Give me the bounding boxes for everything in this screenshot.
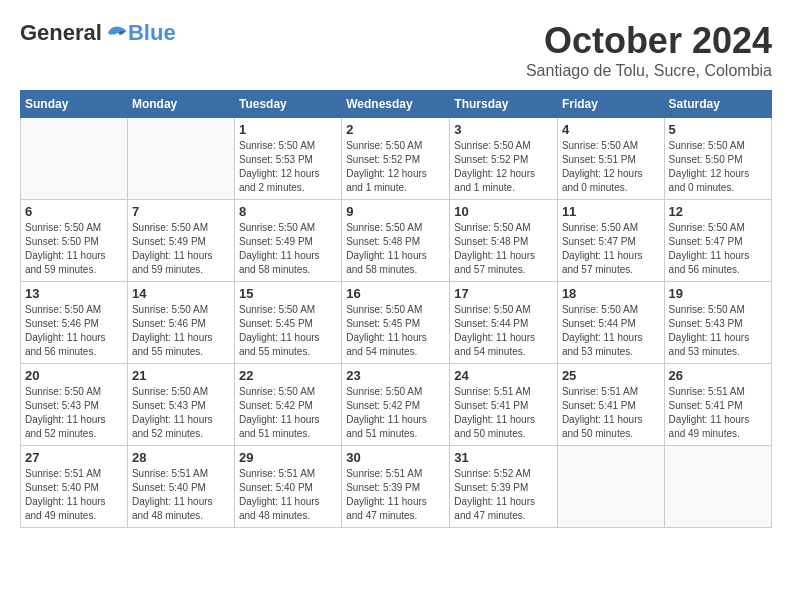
day-info: Sunrise: 5:50 AM Sunset: 5:45 PM Dayligh… — [239, 303, 337, 359]
day-info: Sunrise: 5:50 AM Sunset: 5:50 PM Dayligh… — [25, 221, 123, 277]
day-info: Sunrise: 5:51 AM Sunset: 5:40 PM Dayligh… — [132, 467, 230, 523]
day-info: Sunrise: 5:50 AM Sunset: 5:43 PM Dayligh… — [669, 303, 767, 359]
logo-general-text: General — [20, 20, 102, 46]
day-info: Sunrise: 5:50 AM Sunset: 5:49 PM Dayligh… — [239, 221, 337, 277]
month-title: October 2024 — [526, 20, 772, 62]
day-number: 31 — [454, 450, 553, 465]
location-title: Santiago de Tolu, Sucre, Colombia — [526, 62, 772, 80]
day-info: Sunrise: 5:50 AM Sunset: 5:50 PM Dayligh… — [669, 139, 767, 195]
day-number: 14 — [132, 286, 230, 301]
page-header: General Blue October 2024 Santiago de To… — [20, 20, 772, 80]
day-number: 26 — [669, 368, 767, 383]
day-number: 25 — [562, 368, 660, 383]
calendar-cell: 28Sunrise: 5:51 AM Sunset: 5:40 PM Dayli… — [127, 446, 234, 528]
day-number: 8 — [239, 204, 337, 219]
day-info: Sunrise: 5:51 AM Sunset: 5:41 PM Dayligh… — [454, 385, 553, 441]
day-number: 3 — [454, 122, 553, 137]
calendar-cell: 26Sunrise: 5:51 AM Sunset: 5:41 PM Dayli… — [664, 364, 771, 446]
day-info: Sunrise: 5:50 AM Sunset: 5:53 PM Dayligh… — [239, 139, 337, 195]
calendar-cell: 4Sunrise: 5:50 AM Sunset: 5:51 PM Daylig… — [557, 118, 664, 200]
day-number: 30 — [346, 450, 445, 465]
day-info: Sunrise: 5:51 AM Sunset: 5:40 PM Dayligh… — [239, 467, 337, 523]
day-info: Sunrise: 5:50 AM Sunset: 5:42 PM Dayligh… — [346, 385, 445, 441]
day-number: 23 — [346, 368, 445, 383]
calendar-week-row: 1Sunrise: 5:50 AM Sunset: 5:53 PM Daylig… — [21, 118, 772, 200]
calendar-cell: 2Sunrise: 5:50 AM Sunset: 5:52 PM Daylig… — [342, 118, 450, 200]
day-info: Sunrise: 5:50 AM Sunset: 5:52 PM Dayligh… — [346, 139, 445, 195]
calendar-cell: 31Sunrise: 5:52 AM Sunset: 5:39 PM Dayli… — [450, 446, 558, 528]
calendar-week-row: 13Sunrise: 5:50 AM Sunset: 5:46 PM Dayli… — [21, 282, 772, 364]
calendar-cell — [557, 446, 664, 528]
day-info: Sunrise: 5:50 AM Sunset: 5:52 PM Dayligh… — [454, 139, 553, 195]
logo-bird-icon — [104, 23, 128, 43]
day-number: 19 — [669, 286, 767, 301]
title-section: October 2024 Santiago de Tolu, Sucre, Co… — [526, 20, 772, 80]
calendar-week-row: 27Sunrise: 5:51 AM Sunset: 5:40 PM Dayli… — [21, 446, 772, 528]
calendar-cell: 1Sunrise: 5:50 AM Sunset: 5:53 PM Daylig… — [235, 118, 342, 200]
day-number: 18 — [562, 286, 660, 301]
calendar-cell: 6Sunrise: 5:50 AM Sunset: 5:50 PM Daylig… — [21, 200, 128, 282]
day-info: Sunrise: 5:50 AM Sunset: 5:46 PM Dayligh… — [25, 303, 123, 359]
logo-blue-text: Blue — [128, 20, 176, 46]
day-number: 21 — [132, 368, 230, 383]
day-number: 11 — [562, 204, 660, 219]
day-info: Sunrise: 5:50 AM Sunset: 5:51 PM Dayligh… — [562, 139, 660, 195]
calendar-day-header: Thursday — [450, 91, 558, 118]
day-number: 4 — [562, 122, 660, 137]
day-number: 7 — [132, 204, 230, 219]
calendar-cell: 20Sunrise: 5:50 AM Sunset: 5:43 PM Dayli… — [21, 364, 128, 446]
calendar-cell: 8Sunrise: 5:50 AM Sunset: 5:49 PM Daylig… — [235, 200, 342, 282]
day-info: Sunrise: 5:52 AM Sunset: 5:39 PM Dayligh… — [454, 467, 553, 523]
day-number: 28 — [132, 450, 230, 465]
day-number: 13 — [25, 286, 123, 301]
day-info: Sunrise: 5:50 AM Sunset: 5:46 PM Dayligh… — [132, 303, 230, 359]
day-number: 27 — [25, 450, 123, 465]
day-info: Sunrise: 5:50 AM Sunset: 5:44 PM Dayligh… — [454, 303, 553, 359]
calendar-day-header: Tuesday — [235, 91, 342, 118]
day-info: Sunrise: 5:51 AM Sunset: 5:40 PM Dayligh… — [25, 467, 123, 523]
calendar-day-header: Friday — [557, 91, 664, 118]
calendar-cell: 25Sunrise: 5:51 AM Sunset: 5:41 PM Dayli… — [557, 364, 664, 446]
day-number: 20 — [25, 368, 123, 383]
calendar-cell: 7Sunrise: 5:50 AM Sunset: 5:49 PM Daylig… — [127, 200, 234, 282]
calendar-cell: 18Sunrise: 5:50 AM Sunset: 5:44 PM Dayli… — [557, 282, 664, 364]
calendar-cell: 24Sunrise: 5:51 AM Sunset: 5:41 PM Dayli… — [450, 364, 558, 446]
day-number: 16 — [346, 286, 445, 301]
day-info: Sunrise: 5:50 AM Sunset: 5:49 PM Dayligh… — [132, 221, 230, 277]
day-info: Sunrise: 5:50 AM Sunset: 5:48 PM Dayligh… — [346, 221, 445, 277]
day-number: 29 — [239, 450, 337, 465]
calendar-cell: 10Sunrise: 5:50 AM Sunset: 5:48 PM Dayli… — [450, 200, 558, 282]
calendar-week-row: 20Sunrise: 5:50 AM Sunset: 5:43 PM Dayli… — [21, 364, 772, 446]
day-info: Sunrise: 5:50 AM Sunset: 5:43 PM Dayligh… — [25, 385, 123, 441]
logo: General Blue — [20, 20, 176, 46]
calendar-cell: 23Sunrise: 5:50 AM Sunset: 5:42 PM Dayli… — [342, 364, 450, 446]
day-info: Sunrise: 5:50 AM Sunset: 5:42 PM Dayligh… — [239, 385, 337, 441]
day-info: Sunrise: 5:50 AM Sunset: 5:45 PM Dayligh… — [346, 303, 445, 359]
day-number: 24 — [454, 368, 553, 383]
calendar-cell — [21, 118, 128, 200]
day-number: 5 — [669, 122, 767, 137]
day-number: 10 — [454, 204, 553, 219]
day-info: Sunrise: 5:50 AM Sunset: 5:47 PM Dayligh… — [669, 221, 767, 277]
calendar-week-row: 6Sunrise: 5:50 AM Sunset: 5:50 PM Daylig… — [21, 200, 772, 282]
day-info: Sunrise: 5:50 AM Sunset: 5:44 PM Dayligh… — [562, 303, 660, 359]
day-number: 1 — [239, 122, 337, 137]
day-number: 17 — [454, 286, 553, 301]
day-info: Sunrise: 5:51 AM Sunset: 5:41 PM Dayligh… — [669, 385, 767, 441]
day-number: 22 — [239, 368, 337, 383]
calendar-cell: 22Sunrise: 5:50 AM Sunset: 5:42 PM Dayli… — [235, 364, 342, 446]
day-number: 2 — [346, 122, 445, 137]
calendar-cell: 21Sunrise: 5:50 AM Sunset: 5:43 PM Dayli… — [127, 364, 234, 446]
calendar-day-header: Monday — [127, 91, 234, 118]
day-number: 6 — [25, 204, 123, 219]
calendar-cell: 3Sunrise: 5:50 AM Sunset: 5:52 PM Daylig… — [450, 118, 558, 200]
day-info: Sunrise: 5:51 AM Sunset: 5:39 PM Dayligh… — [346, 467, 445, 523]
calendar-cell — [664, 446, 771, 528]
calendar-cell: 17Sunrise: 5:50 AM Sunset: 5:44 PM Dayli… — [450, 282, 558, 364]
calendar-cell: 14Sunrise: 5:50 AM Sunset: 5:46 PM Dayli… — [127, 282, 234, 364]
calendar-cell: 16Sunrise: 5:50 AM Sunset: 5:45 PM Dayli… — [342, 282, 450, 364]
calendar-cell: 9Sunrise: 5:50 AM Sunset: 5:48 PM Daylig… — [342, 200, 450, 282]
calendar-cell: 5Sunrise: 5:50 AM Sunset: 5:50 PM Daylig… — [664, 118, 771, 200]
calendar-cell: 15Sunrise: 5:50 AM Sunset: 5:45 PM Dayli… — [235, 282, 342, 364]
calendar-cell: 27Sunrise: 5:51 AM Sunset: 5:40 PM Dayli… — [21, 446, 128, 528]
